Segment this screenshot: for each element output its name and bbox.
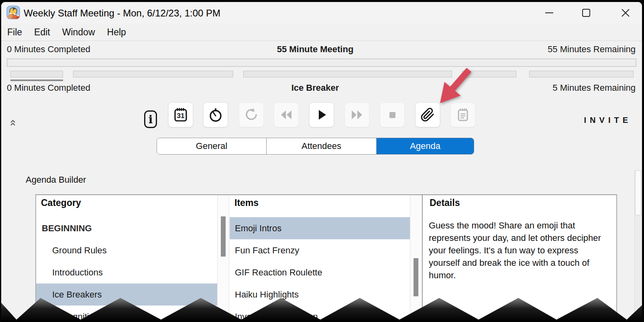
menu-help[interactable]: Help xyxy=(107,27,126,38)
calendar-day-number: 31 xyxy=(177,112,185,120)
agenda-segment-0 xyxy=(10,71,63,77)
agenda-builder-title: Agenda Builder xyxy=(26,175,86,185)
tab-agenda[interactable]: Agenda xyxy=(377,138,474,154)
close-button[interactable] xyxy=(611,2,640,24)
menu-bar: FileEditWindowHelp xyxy=(1,24,642,41)
collapse-panel-button[interactable] xyxy=(10,119,16,128)
menu-file[interactable]: File xyxy=(7,27,22,38)
agenda-item-fun-fact-frenzy[interactable]: Fun Fact Frenzy xyxy=(230,239,410,261)
agenda-segment-4 xyxy=(529,71,634,77)
tab-general[interactable]: General xyxy=(157,138,267,154)
minimize-icon xyxy=(545,8,554,17)
toolbar-play-button[interactable] xyxy=(309,102,334,127)
meeting-length-label: 55 Minute Meeting xyxy=(277,44,354,55)
info-button[interactable]: i xyxy=(144,110,157,128)
agenda-segment-bars xyxy=(1,71,642,77)
category-item-ice-breakers[interactable]: Ice Breakers xyxy=(36,283,217,306)
details-panel-divider xyxy=(422,195,423,322)
paperclip-icon xyxy=(420,108,435,122)
category-scrollbar-thumb[interactable] xyxy=(221,216,226,257)
category-item-ground-rules[interactable]: Ground Rules xyxy=(36,239,217,261)
agenda-segment-1 xyxy=(73,71,233,77)
undo-icon xyxy=(244,108,259,122)
items-scrollbar-thumb[interactable] xyxy=(414,258,418,296)
agenda-item-haiku-highlights[interactable]: Haiku Highlights xyxy=(230,283,410,306)
items-list: Emoji IntrosFun Fact FrenzyGIF Reaction … xyxy=(230,217,410,322)
meeting-minutes-remaining-label: 55 Minutes Remaining xyxy=(548,44,636,55)
tab-bar: GeneralAttendeesAgenda xyxy=(157,138,474,155)
toolbar-fast-forward-button[interactable] xyxy=(344,102,369,127)
agenda-item-emoji-intros[interactable]: Emoji Intros xyxy=(230,217,410,239)
chevron-double-up-icon xyxy=(10,119,16,126)
app-window: Weekly Staff Meeting - Mon, 6/12/23, 1:0… xyxy=(1,2,642,322)
details-text: Guess the mood! Share an emoji that repr… xyxy=(429,219,610,281)
category-list: BEGINNINGGround RulesIntroductionsIce Br… xyxy=(36,217,217,322)
notepad-icon xyxy=(456,107,470,122)
rewind-icon xyxy=(279,108,293,122)
play-icon xyxy=(314,108,329,122)
toolbar-timer-button[interactable] xyxy=(203,102,228,127)
toolbar-reset-button[interactable] xyxy=(239,102,264,127)
details-column-header: Details xyxy=(430,198,460,208)
agenda-item-invention-convention[interactable]: Invention Convention xyxy=(230,306,410,322)
menu-window[interactable]: Window xyxy=(62,27,95,38)
category-item-introductions[interactable]: Introductions xyxy=(36,261,217,283)
item-minutes-completed-label: 0 Minutes Completed xyxy=(7,83,90,93)
meeting-minutes-completed-label: 0 Minutes Completed xyxy=(7,44,90,55)
toolbar-rewind-button[interactable] xyxy=(274,102,299,127)
agenda-segment-2 xyxy=(243,71,452,77)
calendar-31-icon: 31 xyxy=(173,107,188,122)
title-bar: Weekly Staff Meeting - Mon, 6/12/23, 1:0… xyxy=(1,2,642,24)
close-icon xyxy=(621,8,630,17)
menu-edit[interactable]: Edit xyxy=(34,27,50,38)
toolbar-notes-button[interactable] xyxy=(450,102,475,127)
category-scrollbar-track[interactable] xyxy=(217,195,229,322)
app-icon xyxy=(6,6,20,19)
category-group-header: BEGINNING xyxy=(36,217,217,239)
stopwatch-icon xyxy=(208,107,223,123)
minimize-button[interactable] xyxy=(538,2,561,24)
toolbar-stop-button[interactable] xyxy=(380,102,405,127)
agenda-segment-3 xyxy=(462,71,516,77)
maximize-button[interactable] xyxy=(575,2,598,24)
tab-attendees[interactable]: Attendees xyxy=(267,138,377,154)
window-title: Weekly Staff Meeting - Mon, 6/12/23, 1:0… xyxy=(24,2,220,24)
toolbar-attachment-button[interactable] xyxy=(415,102,440,127)
invite-button[interactable]: INVITE xyxy=(584,116,632,125)
current-agenda-item-label: Ice Breaker xyxy=(291,83,339,93)
maximize-icon xyxy=(582,8,591,17)
window-scrollbar-thumb[interactable] xyxy=(635,170,641,215)
category-item-recognitions[interactable]: Recognitions xyxy=(36,306,217,322)
info-icon: i xyxy=(149,113,153,126)
category-column-header: Category xyxy=(41,198,81,208)
agenda-item-gif-reaction-roulette[interactable]: GIF Reaction Roulette xyxy=(230,261,410,283)
fast-forward-icon xyxy=(350,108,364,122)
stop-icon xyxy=(385,108,399,122)
item-minutes-remaining-label: 5 Minutes Remaining xyxy=(552,83,636,93)
meeting-progress-bar xyxy=(7,59,636,67)
items-column-header: Items xyxy=(234,198,259,208)
active-segment-underline xyxy=(10,79,63,81)
toolbar-calendar-button[interactable]: 31 xyxy=(168,102,193,127)
